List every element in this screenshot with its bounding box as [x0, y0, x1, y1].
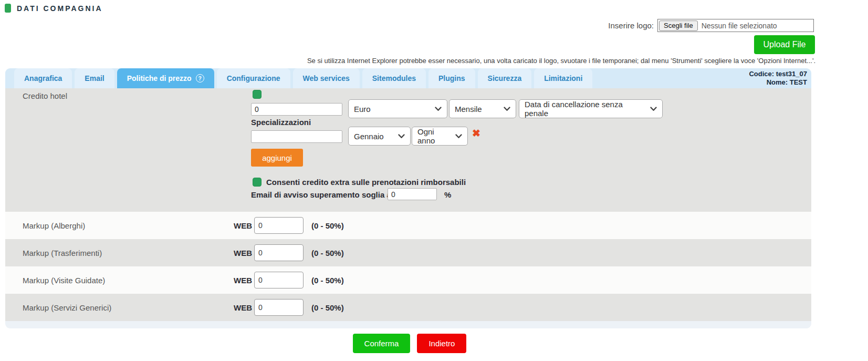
- recurrence-select[interactable]: Ogni anno: [412, 127, 468, 146]
- chevron-down-icon: [435, 107, 442, 111]
- help-icon[interactable]: ?: [196, 74, 204, 82]
- markup-trasferimenti-input[interactable]: [254, 244, 304, 261]
- specializzazioni-input[interactable]: [251, 130, 342, 143]
- markup-range-hint: (0 - 50%): [311, 221, 344, 230]
- month-select[interactable]: Gennaio: [348, 127, 411, 146]
- tab-sicurezza[interactable]: Sicurezza: [478, 68, 532, 88]
- credito-hotel-label: Credito hotel: [23, 91, 67, 100]
- no-file-text: Nessun file selezionato: [702, 22, 777, 30]
- credito-hotel-checkbox[interactable]: [253, 90, 262, 99]
- cancellation-policy-value: Data di cancellazione senza penale: [525, 100, 646, 118]
- web-channel-label: WEB: [234, 303, 254, 312]
- tab-web-services[interactable]: Web services: [293, 68, 360, 88]
- threshold-percent-suffix: %: [444, 190, 451, 199]
- company-code: Codice: test31_07: [749, 70, 807, 78]
- page-title: DATI COMPAGNIA: [17, 4, 103, 13]
- extra-credit-label: Consenti credito extra sulle prenotazion…: [266, 178, 466, 187]
- markup-range-hint: (0 - 50%): [311, 303, 344, 312]
- tab-bar: Anagrafica Email Politiche di prezzo ? C…: [5, 68, 811, 88]
- credito-hotel-section: Credito hotel Euro Mensile Data di cance…: [5, 88, 811, 212]
- tab-content-panel: Credito hotel Euro Mensile Data di cance…: [5, 88, 811, 328]
- markup-row-alberghi: Markup (Alberghi) WEB (0 - 50%): [5, 212, 811, 239]
- aggiungi-button[interactable]: aggiungi: [251, 149, 303, 167]
- file-input[interactable]: Scegli file Nessun file selezionato: [657, 19, 814, 32]
- markup-row-label: Markup (Visite Guidate): [5, 276, 234, 285]
- specializzazioni-label: Specializzazioni: [251, 118, 311, 127]
- period-select-value: Mensile: [455, 105, 482, 114]
- chevron-down-icon: [455, 134, 462, 139]
- tab-configurazione[interactable]: Configurazione: [217, 68, 290, 88]
- tab-politiche-label: Politiche di prezzo: [127, 74, 192, 82]
- tab-anagrafica[interactable]: Anagrafica: [14, 68, 72, 88]
- recurrence-select-value: Ogni anno: [417, 127, 451, 145]
- section-marker-icon: [5, 4, 11, 13]
- company-name: Nome: TEST: [749, 78, 807, 87]
- markup-alberghi-input[interactable]: [254, 217, 304, 234]
- ie-warning-text: Se si utilizza Internet Explorer potrebb…: [0, 57, 815, 65]
- indietro-button[interactable]: Indietro: [417, 334, 466, 353]
- remove-specializzazione-icon[interactable]: ✖: [472, 128, 480, 138]
- markup-row-servizi-generici: Markup (Servizi Generici) WEB (0 - 50%): [5, 294, 811, 321]
- currency-select[interactable]: Euro: [348, 99, 447, 118]
- conferma-button[interactable]: Conferma: [353, 334, 411, 353]
- markup-range-hint: (0 - 50%): [311, 276, 344, 285]
- markup-servizi-generici-input[interactable]: [254, 299, 304, 316]
- web-channel-label: WEB: [234, 276, 254, 285]
- markup-row-visite-guidate: Markup (Visite Guidate) WEB (0 - 50%): [5, 266, 811, 294]
- web-channel-label: WEB: [234, 221, 254, 230]
- tab-email[interactable]: Email: [75, 68, 114, 88]
- markup-row-label: Markup (Alberghi): [5, 221, 234, 230]
- period-select[interactable]: Mensile: [449, 99, 516, 118]
- markup-range-hint: (0 - 50%): [311, 249, 344, 257]
- month-select-value: Gennaio: [354, 132, 384, 141]
- logo-upload-row: Inserire logo: Scegli file Nessun file s…: [608, 19, 814, 32]
- footer-actions: Conferma Indietro: [0, 334, 819, 353]
- markup-row-trasferimenti: Markup (Trasferimenti) WEB (0 - 50%): [5, 239, 811, 266]
- markup-row-label: Markup (Trasferimenti): [5, 249, 234, 257]
- threshold-input[interactable]: [388, 188, 437, 200]
- tab-politiche-di-prezzo[interactable]: Politiche di prezzo ?: [117, 68, 214, 88]
- tab-sitemodules[interactable]: Sitemodules: [362, 68, 426, 88]
- chevron-down-icon: [650, 107, 657, 111]
- company-id-box: Codice: test31_07 Nome: TEST: [749, 70, 807, 87]
- chevron-down-icon: [504, 107, 510, 111]
- tab-limitazioni[interactable]: Limitazioni: [534, 68, 592, 88]
- tab-plugins[interactable]: Plugins: [428, 68, 475, 88]
- markup-row-label: Markup (Servizi Generici): [5, 303, 234, 312]
- logo-upload-label: Inserire logo:: [608, 21, 654, 30]
- main-panel: Anagrafica Email Politiche di prezzo ? C…: [5, 68, 811, 328]
- threshold-label: Email di avviso superamento soglia a: [251, 190, 391, 199]
- extra-credit-checkbox[interactable]: [253, 178, 262, 187]
- markup-visite-guidate-input[interactable]: [254, 272, 304, 288]
- currency-select-value: Euro: [354, 105, 371, 114]
- chevron-down-icon: [398, 134, 405, 139]
- credit-amount-input[interactable]: [251, 103, 342, 116]
- choose-file-button[interactable]: Scegli file: [659, 20, 698, 31]
- web-channel-label: WEB: [234, 249, 254, 257]
- cancellation-policy-select[interactable]: Data di cancellazione senza penale: [519, 99, 663, 118]
- page-header: DATI COMPAGNIA: [5, 4, 103, 13]
- upload-file-button[interactable]: Upload File: [754, 35, 815, 54]
